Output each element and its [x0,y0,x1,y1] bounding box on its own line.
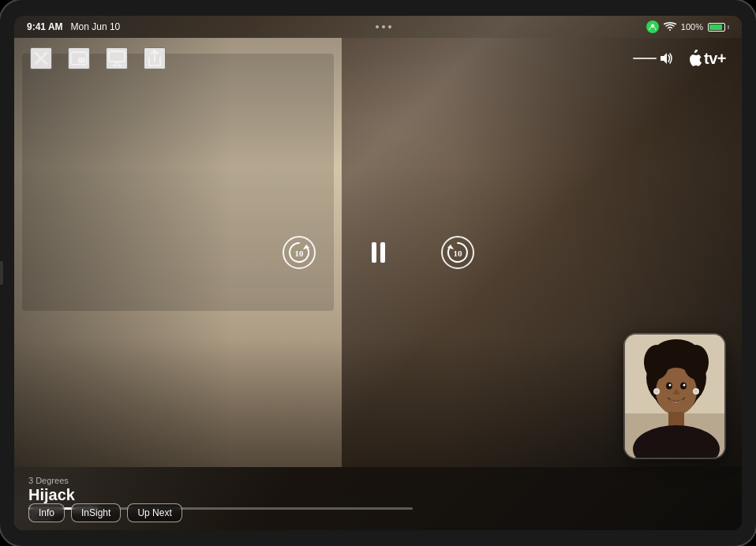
battery-percent: 100% [681,22,703,32]
pause-button[interactable] [372,242,385,263]
top-left-controls [30,47,166,69]
volume-bar [633,58,657,59]
apple-logo-icon [687,50,702,67]
airplay-button[interactable] [106,47,128,69]
apple-tv-plus-logo: tv+ [687,50,726,68]
pause-bar-left [372,242,376,263]
episode-label: 3 Degrees [28,476,728,485]
status-right: 100% [646,21,729,33]
svg-point-27 [655,390,658,393]
svg-point-25 [694,390,698,393]
facetime-person-svg [625,335,726,459]
up-next-button[interactable]: Up Next [127,503,182,522]
dot-1 [376,25,379,28]
volume-control[interactable] [633,52,674,65]
svg-rect-5 [109,51,125,62]
rewind-10-button[interactable]: 10 [282,235,316,270]
dot-2 [382,25,385,28]
shareplay-icon [646,21,659,33]
side-button [0,261,3,285]
svg-rect-22 [668,412,684,426]
status-center-dots [376,25,391,28]
svg-point-29 [644,345,669,380]
volume-icon [660,52,674,65]
top-right-controls: tv+ [633,50,726,68]
svg-point-20 [669,384,672,387]
forward-icon: 10 [440,235,475,270]
tv-plus-text: tv+ [704,50,726,68]
battery-tip [728,25,729,29]
forward-10-button[interactable]: 10 [440,235,475,270]
svg-point-30 [683,345,709,380]
svg-text:10: 10 [294,249,304,258]
svg-point-21 [683,384,686,387]
facetime-background [625,335,724,458]
ipad-device: 9:41 AM Mon Jun 10 [0,0,756,546]
insight-button[interactable]: InSight [71,503,121,522]
svg-rect-4 [78,58,85,63]
pause-bar-right [380,242,385,263]
ipad-screen: 9:41 AM Mon Jun 10 [14,16,742,530]
pause-icon [372,242,385,263]
facetime-overlay[interactable] [623,333,726,459]
rewind-icon: 10 [282,235,316,270]
share-button[interactable] [144,47,166,69]
pip-button[interactable] [68,47,90,69]
info-button[interactable]: Info [28,503,65,522]
status-bar: 9:41 AM Mon Jun 10 [14,16,742,38]
battery-body [708,23,725,32]
status-left: 9:41 AM Mon Jun 10 [27,21,120,32]
close-button[interactable] [30,47,52,69]
action-buttons-row: Info InSight Up Next [28,503,182,522]
battery-fill [709,24,722,30]
status-date: Mon Jun 10 [71,21,121,32]
svg-text:10: 10 [453,249,462,258]
show-title: Hijack [28,485,728,504]
dot-3 [388,25,391,28]
status-time: 9:41 AM [27,21,63,32]
battery-indicator [708,23,729,32]
wifi-icon [664,22,676,32]
